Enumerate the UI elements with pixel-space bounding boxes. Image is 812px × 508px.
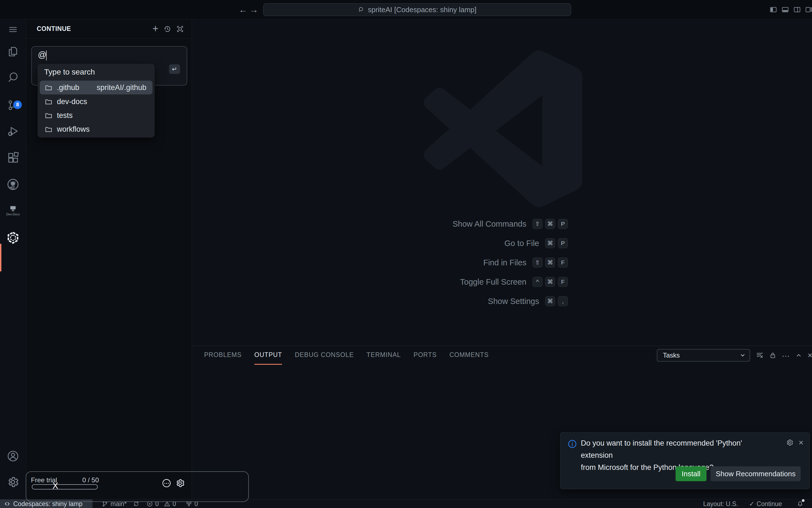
key-cmd: ⌘ [545,277,555,287]
key-letter: F [558,258,568,267]
info-icon [568,439,577,449]
forward-icon[interactable]: → [249,5,258,15]
feedback-ellipsis-icon[interactable] [162,478,171,488]
sidebar-item-github[interactable] [0,172,26,197]
accounts-button[interactable] [0,444,26,468]
lock-icon[interactable] [769,351,777,359]
sidebar-item-search[interactable] [0,65,26,90]
menu-button[interactable] [0,17,26,42]
shortcut-row: Toggle Full Screen ^ ⌘ F [347,272,568,292]
clear-output-icon[interactable] [756,351,764,359]
problems-status-item[interactable]: 0 0 [147,500,176,508]
shortcut-label: Show Settings [488,297,539,306]
ports-status-item[interactable]: 0 [186,500,198,508]
sidebar-item-dev-docs[interactable]: Dev-Docs [0,198,26,223]
maximize-panel-icon[interactable] [795,351,803,359]
sidebar-item-extensions[interactable] [0,145,26,170]
shortcut-label: Find in Files [483,258,526,267]
folder-icon [45,112,52,119]
submit-enter-button[interactable]: ↵ [169,64,180,74]
sidebar-item-source-control[interactable]: 8 [0,93,26,118]
sidebar-item-explorer[interactable] [0,39,26,64]
layout-controls [769,6,812,13]
result-label: .github [57,83,79,92]
folder-icon [45,98,52,105]
close-icon[interactable]: × [799,439,804,447]
shortcut-row: Show All Commands ⇧ ⌘ P [347,214,568,234]
panel-title: CONTINUE [37,25,71,33]
notification-toast: Do you want to install the recommended '… [560,432,810,489]
result-detail: spriteAI/.github [97,83,147,92]
continue-status-label: Continue [757,500,782,508]
history-icon[interactable] [163,25,171,33]
extensions-icon [7,152,19,164]
trial-progress-bar [32,484,98,490]
sidebar-item-continue[interactable] [0,225,26,250]
gear-icon[interactable] [175,478,185,488]
folder-icon [45,125,52,133]
tab-comments[interactable]: COMMENTS [449,346,489,365]
list-item[interactable]: dev-docs [40,95,153,109]
continue-status-item[interactable]: ✓ Continue [749,500,782,508]
continue-logo-icon [6,231,20,245]
layout-label: Layout: U.S. [703,500,738,508]
usage-counter: 0 / 50 [82,476,99,484]
tab-problems[interactable]: PROBLEMS [204,346,242,365]
remote-indicator[interactable]: Codespaces: shiny lamp [0,500,92,508]
dev-docs-icon [9,205,17,212]
chat-input-value: @ [38,50,46,60]
show-recommendations-button[interactable]: Show Recommendations [710,466,801,481]
output-channel-select[interactable]: Tasks [657,349,750,362]
title-bar: ← → spriteAI [Codespaces: shiny lamp] [0,0,812,19]
editor-area: Show All Commands ⇧ ⌘ P Go to File ⌘ P F… [192,19,812,346]
tab-terminal[interactable]: TERMINAL [366,346,401,365]
files-icon [7,45,19,58]
more-actions-icon[interactable]: … [782,350,790,358]
remote-label: Codespaces: shiny lamp [13,500,83,508]
panel-actions: … × [756,349,812,362]
panel-tab-bar: PROBLEMS OUTPUT DEBUG CONSOLE TERMINAL P… [204,346,489,365]
fullscreen-icon[interactable] [176,25,184,33]
back-icon[interactable]: ← [239,5,247,15]
key-shift: ⇧ [532,258,542,267]
run-debug-icon [7,125,19,138]
forwarded-ports-count: 0 [195,500,198,508]
notifications-bell-item[interactable] [797,500,804,508]
list-item[interactable]: tests [40,109,153,122]
text-cursor [46,50,47,60]
customize-layout-icon[interactable] [805,6,812,13]
layout-status-item[interactable]: Layout: U.S. [703,500,738,508]
list-item[interactable]: workflows [40,122,153,136]
tab-output[interactable]: OUTPUT [254,346,282,365]
list-item[interactable]: .github spriteAI/.github [40,81,153,94]
key-shift: ⇧ [532,219,542,229]
shortcut-row: Go to File ⌘ P [347,234,568,253]
toggle-panel-icon[interactable] [781,6,789,13]
branch-status-item[interactable]: main* [102,500,139,508]
close-panel-icon[interactable]: × [808,351,812,359]
notification-settings-gear-icon[interactable] [786,439,794,447]
github-icon [6,178,19,191]
command-center-label: spriteAI [Codespaces: shiny lamp] [368,5,477,14]
key-letter: F [558,277,568,287]
warning-icon [164,501,170,507]
keyboard-shortcuts-watermark: Show All Commands ⇧ ⌘ P Go to File ⌘ P F… [347,214,568,311]
shortcut-row: Find in Files ⇧ ⌘ F [347,253,568,272]
git-branch-icon [102,501,108,507]
key-ctrl: ^ [532,277,542,287]
check-icon: ✓ [749,500,754,508]
tab-debug-console[interactable]: DEBUG CONSOLE [295,346,354,365]
continue-panel: CONTINUE + @ ↵ Type to search .github sp… [26,19,192,499]
toggle-secondary-sidebar-icon[interactable] [793,6,801,13]
shortcut-label: Go to File [504,239,539,248]
install-button[interactable]: Install [676,466,706,481]
remote-icon [4,501,10,507]
settings-button[interactable] [0,470,26,495]
command-center-search[interactable]: spriteAI [Codespaces: shiny lamp] [263,3,571,16]
account-icon [7,450,19,462]
new-session-button[interactable]: + [153,23,159,34]
toggle-primary-sidebar-icon[interactable] [769,6,777,13]
sidebar-item-run-debug[interactable] [0,119,26,144]
shortcut-row: Show Settings ⌘ , [347,292,568,311]
tab-ports[interactable]: PORTS [413,346,437,365]
